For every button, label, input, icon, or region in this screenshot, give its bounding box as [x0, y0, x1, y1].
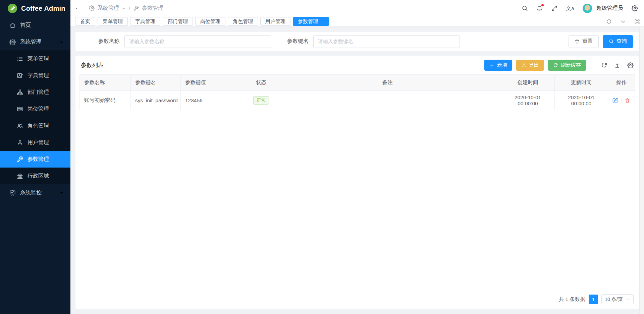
sidebar-item-label: 用户管理	[28, 139, 49, 146]
refresh-table-icon[interactable]	[601, 62, 607, 68]
add-button[interactable]: 新增	[484, 60, 512, 71]
breadcrumb-separator: /	[129, 5, 130, 11]
refresh-icon	[606, 19, 612, 24]
sidebar-item-label: 字典管理	[28, 72, 49, 79]
page-content: 参数名称 参数键名 重置 查询 参数列表	[70, 27, 644, 314]
tab-role-mgmt[interactable]: 角色管理	[228, 17, 258, 26]
notification-button[interactable]	[536, 5, 543, 11]
sidebar-item-role-mgmt[interactable]: 角色管理	[0, 117, 70, 134]
sidebar-item-param-mgmt[interactable]: 参数管理	[0, 151, 70, 168]
sidebar-item-system[interactable]: 系统管理	[0, 34, 70, 50]
sidebar-item-dict-mgmt[interactable]: 字典管理	[0, 67, 70, 84]
collapse-sidebar-icon[interactable]	[75, 5, 82, 12]
sidebar-item-home[interactable]: 首页	[0, 17, 70, 34]
tab-home[interactable]: 首页	[75, 17, 95, 26]
gear-icon	[9, 39, 16, 45]
col-header-updated: 更新时间	[555, 75, 608, 91]
tab-user-mgmt[interactable]: 用户管理	[260, 17, 290, 26]
translate-icon[interactable]: 文A	[566, 6, 574, 11]
wrench-icon	[133, 5, 139, 11]
toolbar-actions: 新增 导出 刷新缓存	[484, 60, 634, 71]
cell-remark	[274, 91, 501, 110]
notification-badge	[541, 4, 544, 6]
home-icon	[9, 22, 16, 28]
tabbar-tools	[602, 16, 644, 26]
close-icon[interactable]	[320, 20, 324, 23]
tab-bar: 首页 菜单管理 字典管理 部门管理 岗位管理 角色管理 用户管理 参数管理	[70, 16, 644, 27]
cell-status: 正常	[248, 91, 274, 110]
export-button[interactable]: 导出	[516, 60, 544, 71]
sidebar-item-region[interactable]: 行政区域	[0, 168, 70, 184]
param-name-input[interactable]	[124, 35, 271, 48]
menu-list-icon	[17, 56, 23, 62]
top-header: 系统管理 / 参数管理 文A 超级管理员	[70, 0, 644, 16]
tab-dept-mgmt[interactable]: 部门管理	[163, 17, 193, 26]
download-icon	[521, 63, 526, 68]
col-header-operation: 操作	[608, 75, 635, 91]
user-icon	[17, 139, 23, 146]
sidebar-item-post-mgmt[interactable]: 岗位管理	[0, 101, 70, 117]
cell-param-value: 123456	[181, 91, 248, 110]
search-icon[interactable]	[522, 5, 528, 11]
fullscreen-icon[interactable]	[551, 5, 557, 11]
sidebar-item-label: 首页	[20, 22, 31, 29]
cell-updated-time: 2020-10-01 00:00:00	[555, 91, 608, 110]
page-size-select[interactable]: 10 条/页	[601, 294, 634, 304]
trash-icon	[575, 39, 580, 44]
col-header-value: 参数键值	[181, 75, 248, 91]
toolbar-divider	[594, 62, 594, 68]
tab-param-mgmt[interactable]: 参数管理	[293, 17, 329, 26]
tab-options-button[interactable]	[616, 16, 630, 26]
chevron-down-icon	[620, 19, 626, 24]
maximize-icon	[634, 19, 640, 24]
tab-dict-mgmt[interactable]: 字典管理	[130, 17, 160, 26]
sidebar-item-user-mgmt[interactable]: 用户管理	[0, 134, 70, 151]
avatar[interactable]	[583, 4, 592, 13]
sidebar-item-label: 系统管理	[20, 39, 42, 46]
sidebar-item-dept-mgmt[interactable]: 部门管理	[0, 84, 70, 101]
col-header-status: 状态	[248, 75, 274, 91]
system-submenu: 菜单管理 字典管理 部门管理 岗位管理 角色管理 用户管理 参数管理 行政区域	[0, 50, 70, 184]
table-row: 账号初始密码 sys_init_password 123456 正常 2020-…	[80, 91, 635, 110]
chevron-down-icon	[59, 191, 64, 195]
row-density-icon[interactable]	[614, 62, 621, 68]
param-list-card: 参数列表 新增 导出 刷新缓存	[75, 56, 639, 309]
reset-button[interactable]: 重置	[569, 35, 599, 48]
page-number-button[interactable]: 1	[589, 295, 598, 304]
sidebar-item-monitor[interactable]: 系统监控	[0, 184, 70, 201]
query-button[interactable]: 查询	[603, 35, 633, 48]
breadcrumb-level1[interactable]: 系统管理	[98, 5, 119, 12]
gear-icon	[89, 5, 95, 11]
chevron-up-icon	[59, 40, 64, 44]
param-table: 参数名称 参数键名 参数键值 状态 备注 创建时间 更新时间 操作 账号初始密码…	[79, 74, 635, 110]
scrollbar-track[interactable]	[639, 27, 644, 314]
param-key-label: 参数键名	[287, 38, 309, 45]
param-key-input[interactable]	[313, 35, 460, 48]
sidebar-item-label: 菜单管理	[28, 55, 49, 62]
sidebar-item-menu-mgmt[interactable]: 菜单管理	[0, 50, 70, 67]
column-settings-gear-icon[interactable]	[627, 62, 634, 68]
leaf-logo-icon	[7, 3, 17, 13]
monitor-icon	[9, 190, 16, 196]
chevron-down-icon	[626, 297, 630, 301]
sidebar-item-label: 系统监控	[20, 189, 42, 196]
sidebar: Coffee Admin 首页 系统管理 菜单管理 字典管理 部门管理 岗位管理…	[0, 0, 70, 314]
refresh-cache-button[interactable]: 刷新缓存	[548, 60, 586, 71]
delete-trash-icon[interactable]	[625, 98, 630, 103]
id-badge-icon	[17, 106, 23, 112]
maximize-content-button[interactable]	[630, 16, 644, 26]
tab-post-mgmt[interactable]: 岗位管理	[195, 17, 225, 26]
operation-divider	[621, 98, 622, 103]
roles-icon	[17, 123, 23, 129]
app-title: Coffee Admin	[21, 5, 65, 12]
sidebar-item-label: 岗位管理	[28, 106, 49, 113]
dictionary-icon	[17, 72, 23, 79]
param-name-label: 参数名称	[98, 38, 120, 45]
col-header-key: 参数键名	[131, 75, 181, 91]
edit-icon[interactable]	[612, 98, 618, 103]
refresh-tab-button[interactable]	[602, 16, 616, 26]
user-name[interactable]: 超级管理员	[596, 5, 623, 12]
settings-gear-icon[interactable]	[632, 5, 638, 11]
card-title: 参数列表	[81, 61, 104, 69]
tab-menu-mgmt[interactable]: 菜单管理	[98, 17, 128, 26]
